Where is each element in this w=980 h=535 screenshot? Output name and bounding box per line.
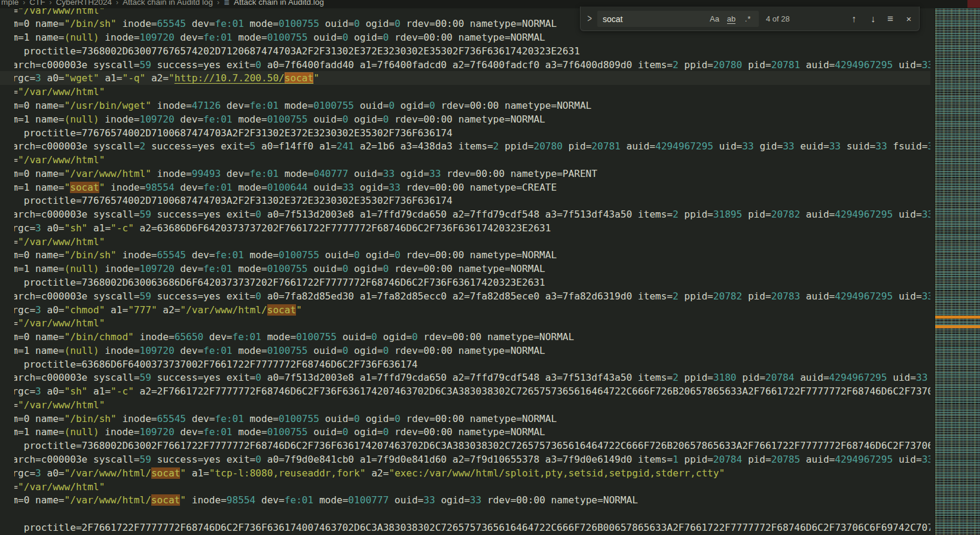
match-case-button[interactable]: Aa [707,13,722,25]
previous-match-button[interactable]: ↑ [846,11,862,27]
whole-word-button[interactable]: ab [724,13,738,25]
chevron-right-icon: › [116,0,118,8]
log-line: ="/var/www/html" [0,235,930,249]
match-case-icon: Aa [710,14,719,23]
log-line: m=0 name="/usr/bin/wget" inode=47126 dev… [0,99,930,112]
minimap[interactable] [935,8,980,535]
next-match-button[interactable]: ↓ [865,11,881,27]
arrow-down-icon: ↓ [871,14,875,24]
log-line: rgc=3 a0="sh" a1="-c" a2=63686D6F6420373… [0,221,930,235]
toggle-replace-chevron-icon[interactable]: > [585,10,594,27]
regex-icon: .* [745,14,752,23]
close-icon: × [906,14,912,24]
log-line: ="/var/www/html" [0,316,930,330]
regex-button[interactable]: .* [741,13,755,25]
log-line: arch=c000003e syscall=59 success=yes exi… [0,207,930,221]
file-icon: ≣ [224,0,230,8]
log-line: proctitle=7368002D63002F7661722F7777772F… [0,439,930,453]
log-line: proctitle=63686D6F6400373737002F7661722F… [0,357,930,371]
overview-ruler-error-mark [967,0,980,8]
log-line: ="/var/www/html" [0,85,930,99]
breadcrumb-item[interactable]: Attack chain in Auditd log [123,0,213,8]
breadcrumb-item[interactable]: CTF [29,0,45,8]
log-line: m=1 name=(null) inode=109720 dev=fe:01 m… [0,262,930,276]
breadcrumb-item-file[interactable]: Attack chain in Auditd.log [234,0,324,8]
minimap-match-mark [935,316,980,319]
log-line: arch=c000003e syscall=2 success=yes exit… [0,139,930,153]
log-line: ="/var/www/html" [0,480,930,494]
log-line: ="/var/www/html" [0,153,930,167]
log-line: ="/var/www/html" [0,398,930,412]
log-line: arch=c000003e syscall=59 success=yes exi… [0,58,930,72]
log-line: rgc=3 a0="sh" a1="-c" a2=2F7661722F77777… [0,384,930,398]
log-line: proctitle=77676574002D7100687474703A2F2F… [0,194,930,207]
find-widget: > Aa ab .* 4 of 28 ↑ ↓ ≡ × [580,7,920,31]
log-line: rgc=3 a0="/var/www/html/socat" a1="tcp-l… [0,466,930,480]
log-line: m=0 name="/bin/chmod" inode=65650 dev=fe… [0,330,930,344]
log-line: proctitle=2F7661722F7777772F68746D6C2F73… [0,521,930,534]
log-line: m=1 name=(null) inode=109720 dev=fe:01 m… [0,425,930,439]
close-find-widget-button[interactable]: × [901,11,917,27]
log-line: rgc=3 a0="chmod" a1="777" a2="/var/www/h… [0,303,930,317]
chevron-right-icon: › [50,0,52,8]
log-line: arch=c000003e syscall=59 success=yes exi… [0,453,930,466]
find-input[interactable] [597,11,710,27]
log-editor[interactable]: ="/var/www/html"m=0 name="/bin/sh" inode… [0,0,930,535]
breadcrumb-item[interactable]: CyberRTH2024 [56,0,112,8]
whole-word-icon: ab [727,14,735,24]
chevron-right-icon: › [23,0,25,8]
find-results-count: 4 of 28 [766,7,790,31]
minimap-match-mark [935,325,980,328]
arrow-up-icon: ↑ [851,14,856,24]
breadcrumb-item[interactable]: mple [1,0,19,8]
chevron-right-icon: › [217,0,219,8]
find-in-selection-icon: ≡ [887,13,893,25]
find-in-selection-button[interactable]: ≡ [883,11,898,27]
log-line: proctitle=77676574002D7100687474703A2F2F… [0,126,930,140]
log-line [0,507,930,521]
log-line: proctitle=7368002D630077676574202D712068… [0,44,930,58]
log-line: m=1 name=(null) inode=109720 dev=fe:01 m… [0,344,930,357]
log-line: rgc=3 a0="wget" a1="-q" a2="http://10.7.… [0,71,930,85]
log-line: m=1 name=(null) inode=109720 dev=fe:01 m… [0,30,930,44]
find-input-box: Aa ab .* [597,11,759,27]
log-line: m=1 name=(null) inode=109720 dev=fe:01 m… [0,112,930,126]
log-line: arch=c000003e syscall=59 success=yes exi… [0,371,930,384]
log-line: arch=c000003e syscall=59 success=yes exi… [0,289,930,303]
log-line: m=0 name="/bin/sh" inode=65545 dev=fe:01… [0,248,930,262]
log-line: m=0 name="/var/www/html/socat" inode=985… [0,493,930,507]
log-line: m=1 name="socat" inode=98554 dev=fe:01 m… [0,181,930,194]
log-line: proctitle=7368002D630063686D6F6420373737… [0,276,930,289]
log-line: m=0 name="/bin/sh" inode=65545 dev=fe:01… [0,412,930,426]
log-line: m=0 name="/var/www/html" inode=99493 dev… [0,167,930,181]
